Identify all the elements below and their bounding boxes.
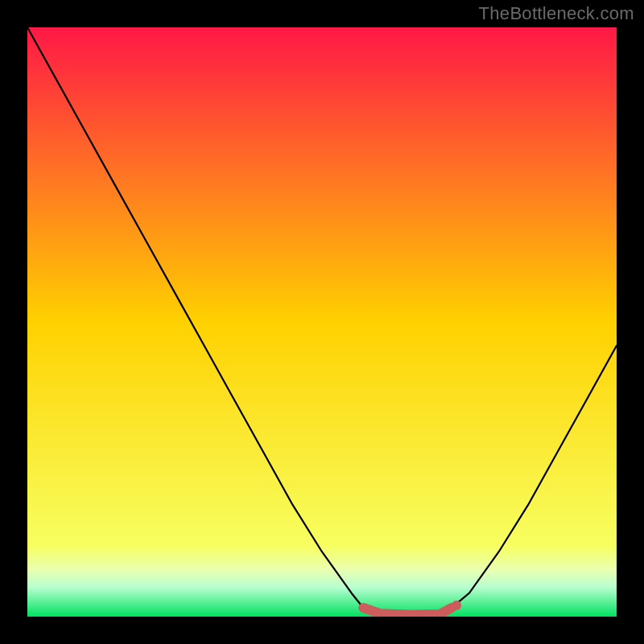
watermark: TheBottleneck.com <box>479 3 634 24</box>
chart-area <box>27 27 617 617</box>
bottleneck-curve <box>27 27 617 617</box>
